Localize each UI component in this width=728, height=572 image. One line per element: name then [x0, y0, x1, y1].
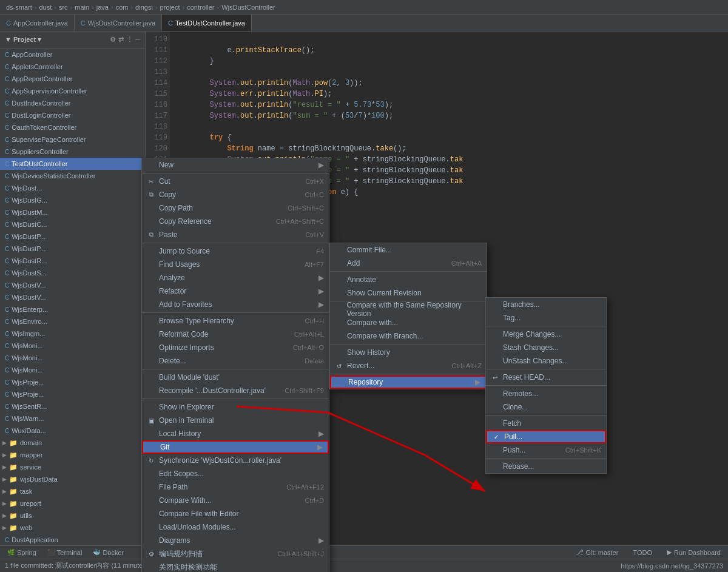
menu-item-compare-with[interactable]: Compare With... Ctrl+D	[142, 494, 329, 507]
sidebar-item-wjswarn[interactable]: CWjsWarn...	[0, 412, 145, 425]
sidebar-item-wjsdustv1[interactable]: CWjsDustV...	[0, 279, 145, 291]
bottom-tab-terminal[interactable]: ⬛ Terminal	[42, 547, 87, 558]
menu-item-recompile[interactable]: Recompile '...DustController.java' Ctrl+…	[142, 384, 329, 397]
repo-menu-tag[interactable]: Tag...	[486, 311, 606, 325]
git-menu-annotate[interactable]: Annotate	[330, 273, 487, 286]
sidebar-item-oauthtokencontroller[interactable]: COauthTokenController	[0, 121, 145, 133]
bottom-tab-run-dashboard[interactable]: ▶ Run Dashboard	[662, 547, 726, 558]
git-menu-commit[interactable]: Commit File...	[330, 243, 487, 257]
menu-item-close-realtime[interactable]: 关闭实时检测功能	[142, 560, 329, 572]
bottom-tab-git-master[interactable]: ⎇ Git: master	[571, 547, 624, 558]
sidebar-item-supervisepagecontroller[interactable]: CSupervisePageController	[0, 133, 145, 146]
sidebar-item-wjsdustr[interactable]: CWjsDustR...	[0, 255, 145, 267]
repo-menu-fetch[interactable]: Fetch	[486, 417, 606, 430]
bottom-tab-docker[interactable]: 🐳 Docker	[88, 547, 129, 558]
git-menu-show-history[interactable]: Show History	[330, 346, 487, 359]
repo-menu-stash[interactable]: Stash Changes...	[486, 341, 606, 354]
bottom-tab-spring[interactable]: 🌿 Spring	[2, 547, 41, 558]
menu-item-open-terminal[interactable]: ▣Open in Terminal	[142, 414, 329, 427]
sidebar-group-domain[interactable]: ▶📁domain	[0, 437, 145, 449]
menu-item-local-history[interactable]: Local History ▶	[142, 427, 329, 440]
sidebar-item-wuxidata[interactable]: CWuxiData...	[0, 425, 145, 437]
repo-menu-unstash[interactable]: UnStash Changes...	[486, 354, 606, 368]
sidebar-item-wjsdustg[interactable]: CWjsDustG...	[0, 194, 145, 206]
sidebar-group-task[interactable]: ▶📁task	[0, 485, 145, 497]
sidebar-item-wjsdustm[interactable]: CWjsDustM...	[0, 206, 145, 218]
repo-menu-branches[interactable]: Branches...	[486, 298, 606, 311]
menu-item-diagrams[interactable]: Diagrams ▶	[142, 534, 329, 547]
menu-item-delete[interactable]: Delete... Delete	[142, 354, 329, 368]
sidebar-item-wjsproje1[interactable]: CWjsProje...	[0, 376, 145, 388]
sidebar-item-wjsdustp2[interactable]: CWjsDustP...	[0, 243, 145, 255]
sidebar-item-wjsdustc[interactable]: CWjsDustC...	[0, 218, 145, 230]
sidebar-item-wjsenviro[interactable]: CWjsEnviro...	[0, 315, 145, 328]
sidebar-item-wjsdustp1[interactable]: CWjsDustP...	[0, 230, 145, 243]
sidebar-item-wjsimgm[interactable]: CWjsImgm...	[0, 328, 145, 340]
sidebar-item-appcontroller[interactable]: CAppController	[0, 49, 145, 61]
sidebar-item-wjsdustv2[interactable]: CWjsDustV...	[0, 291, 145, 303]
sidebar-item-appsupervisioncontroller[interactable]: CAppSupervisionController	[0, 85, 145, 97]
menu-item-refactor[interactable]: Refactor ▶	[142, 284, 329, 298]
menu-item-build-module[interactable]: Build Module 'dust'	[142, 371, 329, 384]
sidebar-item-wjsproje2[interactable]: CWjsProje...	[0, 388, 145, 400]
sidebar-item-appletscontroller[interactable]: CAppletsController	[0, 61, 145, 73]
tab-test-dust-controller[interactable]: C TestDUstController.java	[162, 15, 252, 31]
repo-menu-pull[interactable]: ✓Pull...	[486, 430, 606, 443]
git-menu-revert[interactable]: ↺Revert... Ctrl+Alt+Z	[330, 359, 487, 372]
menu-item-copy[interactable]: ⧉Copy Ctrl+C	[142, 188, 329, 201]
menu-item-code-scan[interactable]: ⚙编码规约扫描 Ctrl+Alt+Shift+J	[142, 547, 329, 560]
repo-menu-remotes[interactable]: Remotes...	[486, 387, 606, 400]
menu-item-edit-scopes[interactable]: Edit Scopes...	[142, 467, 329, 480]
git-menu-show-revision[interactable]: Show Current Revision	[330, 286, 487, 300]
repo-menu-reset-head[interactable]: ↩Reset HEAD...	[486, 371, 606, 384]
menu-item-show-explorer[interactable]: Show in Explorer	[142, 400, 329, 414]
menu-item-browse-hierarchy[interactable]: Browse Type Hierarchy Ctrl+H	[142, 314, 329, 328]
menu-item-compare-file[interactable]: Compare File with Editor	[142, 507, 329, 520]
sidebar-item-wjsdevicestatistic[interactable]: CWjsDeviceStatisticController	[0, 170, 145, 182]
sidebar-item-supplierscontroller[interactable]: CSuppliersController	[0, 146, 145, 158]
sidebar-item-wjsmoni1[interactable]: CWjsMoni...	[0, 340, 145, 352]
sidebar-item-wjssentr[interactable]: CWjsSentR...	[0, 400, 145, 412]
sidebar-item-dustindexcontroller[interactable]: CDustIndexController	[0, 97, 145, 109]
sidebar-item-wjsmoni3[interactable]: CWjsMoni...	[0, 364, 145, 376]
minimize-icon[interactable]: ─	[135, 36, 140, 44]
menu-item-new[interactable]: New ▶	[142, 158, 329, 172]
menu-item-file-path[interactable]: File Path Ctrl+Alt+F12	[142, 480, 329, 494]
gear-icon[interactable]: ⚙	[110, 36, 116, 44]
git-menu-compare-repo[interactable]: Compare with the Same Repository Version	[330, 303, 487, 316]
menu-item-find-usages[interactable]: Find Usages Alt+F7	[142, 258, 329, 271]
repo-menu-push[interactable]: Push... Ctrl+Shift+K	[486, 443, 606, 457]
bottom-tab-todo[interactable]: TODO	[628, 547, 657, 558]
repo-menu-rebase[interactable]: Rebase...	[486, 460, 606, 473]
sidebar-item-wjsdusts[interactable]: CWjsDustS...	[0, 267, 145, 279]
sidebar-group-wjsdustdata[interactable]: ▶📁wjsDustData	[0, 473, 145, 485]
menu-item-synchronize[interactable]: ↻Synchronize 'WjsDustCon...roller.java'	[142, 454, 329, 467]
menu-item-copy-path[interactable]: Copy Path Ctrl+Shift+C	[142, 201, 329, 215]
tab-wjs-dust-controller[interactable]: C WjsDustController.java	[75, 15, 162, 31]
sidebar-group-mapper[interactable]: ▶📁mapper	[0, 449, 145, 461]
menu-item-add-favorites[interactable]: Add to Favorites ▶	[142, 298, 329, 311]
repo-menu-merge[interactable]: Merge Changes...	[486, 328, 606, 341]
sidebar-item-wjsdust1[interactable]: CWjsDust...	[0, 182, 145, 194]
git-menu-compare-branch[interactable]: Compare with Branch...	[330, 329, 487, 343]
sidebar-group-web[interactable]: ▶📁web	[0, 522, 145, 534]
sidebar-group-service[interactable]: ▶📁service	[0, 461, 145, 473]
menu-item-analyze[interactable]: Analyze ▶	[142, 271, 329, 284]
sidebar-item-appreportcontroller[interactable]: CAppReportController	[0, 73, 145, 85]
tab-app-controller[interactable]: C AppController.java	[0, 15, 75, 31]
git-menu-repository[interactable]: Repository ▶	[330, 375, 487, 389]
sidebar-group-ureport[interactable]: ▶📁ureport	[0, 497, 145, 510]
menu-item-git[interactable]: Git ▶	[142, 440, 329, 454]
git-menu-compare-with[interactable]: Compare with...	[330, 316, 487, 329]
settings-icon[interactable]: ⋮	[126, 36, 133, 44]
menu-item-cut[interactable]: ✂Cut Ctrl+X	[142, 175, 329, 188]
menu-item-jump-to-source[interactable]: Jump to Source F4	[142, 244, 329, 258]
sync-icon[interactable]: ⇄	[118, 36, 124, 44]
sidebar-item-wjsenterp[interactable]: CWjsEnterp...	[0, 303, 145, 315]
sidebar-item-testdustcontroller[interactable]: CTestDUstController	[0, 158, 145, 170]
sidebar-group-utils[interactable]: ▶📁utils	[0, 510, 145, 522]
sidebar-item-dustlogincontroller[interactable]: CDustLoginController	[0, 109, 145, 121]
repo-menu-clone[interactable]: Clone...	[486, 400, 606, 414]
sidebar-item-wjsmoni2[interactable]: CWjsMoni...	[0, 352, 145, 364]
menu-item-optimize-imports[interactable]: Optimize Imports Ctrl+Alt+O	[142, 341, 329, 354]
